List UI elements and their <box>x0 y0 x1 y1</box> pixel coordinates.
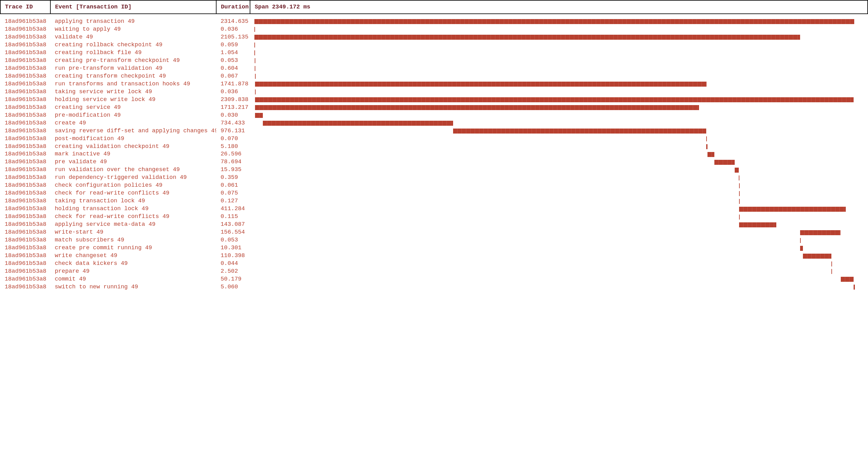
span-bar[interactable] <box>854 285 855 290</box>
table-row[interactable]: 18ad961b53a8mark inactive 4926.596 <box>0 151 868 158</box>
span-bar[interactable] <box>255 113 263 118</box>
span-bar[interactable] <box>739 176 739 181</box>
span-bar[interactable] <box>800 230 841 235</box>
table-row[interactable]: 18ad961b53a8taking service write lock 49… <box>0 88 868 96</box>
span-cell <box>250 166 868 174</box>
span-bar[interactable] <box>453 129 706 133</box>
span-bar[interactable] <box>739 207 846 212</box>
header-event[interactable]: Event [Transaction ID] <box>51 0 216 14</box>
table-row[interactable]: 18ad961b53a8create pre commit running 49… <box>0 244 868 252</box>
table-row[interactable]: 18ad961b53a8holding transaction lock 494… <box>0 205 868 213</box>
table-row[interactable]: 18ad961b53a8switch to new running 495.06… <box>0 283 868 291</box>
table-row[interactable]: 18ad961b53a8waiting to apply 490.036 <box>0 26 868 33</box>
duration-cell: 0.036 <box>216 26 250 33</box>
duration-cell: 156.554 <box>216 229 250 236</box>
table-row[interactable]: 18ad961b53a8check for read-write conflic… <box>0 213 868 221</box>
header-duration[interactable]: Duration <box>216 0 250 14</box>
span-bar[interactable] <box>714 160 735 165</box>
span-cell <box>250 65 868 72</box>
table-row[interactable]: 18ad961b53a8prepare 492.502 <box>0 268 868 276</box>
table-row[interactable]: 18ad961b53a8applying transaction 492314.… <box>0 14 868 26</box>
duration-cell: 50.179 <box>216 276 250 283</box>
duration-cell: 1.054 <box>216 49 250 57</box>
span-bar[interactable] <box>739 191 740 196</box>
table-row[interactable]: 18ad961b53a8applying service meta-data 4… <box>0 221 868 229</box>
table-row[interactable]: 18ad961b53a8write-start 49156.554 <box>0 229 868 236</box>
table-row[interactable]: 18ad961b53a8creating validation checkpoi… <box>0 143 868 151</box>
trace-id-cell: 18ad961b53a8 <box>0 229 51 236</box>
table-row[interactable]: 18ad961b53a8creating service 491713.217 <box>0 104 868 112</box>
table-row[interactable]: 18ad961b53a8creating rollback checkpoint… <box>0 41 868 49</box>
table-row[interactable]: 18ad961b53a8pre-modification 490.030 <box>0 112 868 120</box>
table-row[interactable]: 18ad961b53a8commit 4950.179 <box>0 276 868 283</box>
span-bar[interactable] <box>254 35 800 40</box>
trace-id-cell: 18ad961b53a8 <box>0 182 51 190</box>
table-row[interactable]: 18ad961b53a8saving reverse diff-set and … <box>0 127 868 135</box>
span-bar[interactable] <box>255 74 256 79</box>
span-bar[interactable] <box>841 277 854 282</box>
span-bar[interactable] <box>255 66 255 71</box>
span-bar[interactable] <box>739 215 740 220</box>
table-row[interactable]: 18ad961b53a8check data kickers 490.044 <box>0 260 868 268</box>
trace-id-cell: 18ad961b53a8 <box>0 260 51 268</box>
table-row[interactable]: 18ad961b53a8holding service write lock 4… <box>0 96 868 104</box>
table-row[interactable]: 18ad961b53a8match subscribers 490.053 <box>0 236 868 244</box>
table-row[interactable]: 18ad961b53a8run pre-transform validation… <box>0 65 868 72</box>
span-bar[interactable] <box>739 183 740 188</box>
span-bar[interactable] <box>706 136 707 141</box>
duration-cell: 0.061 <box>216 182 250 190</box>
trace-id-cell: 18ad961b53a8 <box>0 33 51 41</box>
trace-id-cell: 18ad961b53a8 <box>0 88 51 96</box>
table-row[interactable]: 18ad961b53a8creating rollback file 491.0… <box>0 49 868 57</box>
event-cell: creating rollback file 49 <box>51 49 216 57</box>
trace-id-cell: 18ad961b53a8 <box>0 252 51 260</box>
span-bar[interactable] <box>255 82 707 87</box>
span-bar[interactable] <box>263 121 453 126</box>
trace-id-cell: 18ad961b53a8 <box>0 166 51 174</box>
span-bar[interactable] <box>735 168 739 172</box>
table-row[interactable]: 18ad961b53a8run transforms and transacti… <box>0 81 868 88</box>
table-row[interactable]: 18ad961b53a8creating pre-transform check… <box>0 57 868 65</box>
header-trace-id[interactable]: Trace ID <box>0 0 51 14</box>
table-row[interactable]: 18ad961b53a8pre validate 4978.694 <box>0 158 868 166</box>
span-bar[interactable] <box>255 58 255 63</box>
span-cell <box>250 182 868 190</box>
span-bar[interactable] <box>706 144 708 149</box>
span-bar[interactable] <box>739 199 740 204</box>
span-bar[interactable] <box>708 152 714 157</box>
trace-id-cell: 18ad961b53a8 <box>0 205 51 213</box>
table-row[interactable]: 18ad961b53a8run dependency-triggered val… <box>0 174 868 182</box>
table-row[interactable]: 18ad961b53a8create 49734.433 <box>0 120 868 127</box>
table-row[interactable]: 18ad961b53a8validate 492105.135 <box>0 33 868 41</box>
span-bar[interactable] <box>800 246 803 251</box>
header-span[interactable]: Span 2349.172 ms <box>250 0 868 14</box>
span-bar[interactable] <box>254 42 255 47</box>
span-cell <box>250 127 868 135</box>
span-bar[interactable] <box>831 269 832 274</box>
span-bar[interactable] <box>255 97 854 102</box>
table-row[interactable]: 18ad961b53a8post-modification 490.070 <box>0 135 868 143</box>
table-row[interactable]: 18ad961b53a8creating transform checkpoin… <box>0 72 868 81</box>
table-row[interactable]: 18ad961b53a8run validation over the chan… <box>0 166 868 174</box>
span-bar[interactable] <box>803 254 831 259</box>
duration-cell: 78.694 <box>216 158 250 166</box>
span-bar[interactable] <box>254 27 255 32</box>
table-row[interactable]: 18ad961b53a8check for read-write conflic… <box>0 190 868 197</box>
span-bar[interactable] <box>831 261 832 266</box>
span-bar[interactable] <box>254 19 854 24</box>
span-cell <box>250 135 868 143</box>
table-row[interactable]: 18ad961b53a8write changeset 49110.398 <box>0 252 868 260</box>
event-cell: create 49 <box>51 120 216 127</box>
span-bar[interactable] <box>255 105 699 110</box>
table-row[interactable]: 18ad961b53a8check configuration policies… <box>0 182 868 190</box>
span-bar[interactable] <box>254 50 255 55</box>
event-cell: validate 49 <box>51 33 216 41</box>
duration-cell: 734.433 <box>216 120 250 127</box>
span-cell <box>250 81 868 88</box>
span-bar[interactable] <box>800 238 801 243</box>
duration-cell: 0.359 <box>216 174 250 182</box>
span-bar[interactable] <box>255 90 256 94</box>
table-row[interactable]: 18ad961b53a8taking transaction lock 490.… <box>0 197 868 205</box>
span-bar[interactable] <box>739 222 776 227</box>
duration-cell: 1713.217 <box>216 104 250 112</box>
